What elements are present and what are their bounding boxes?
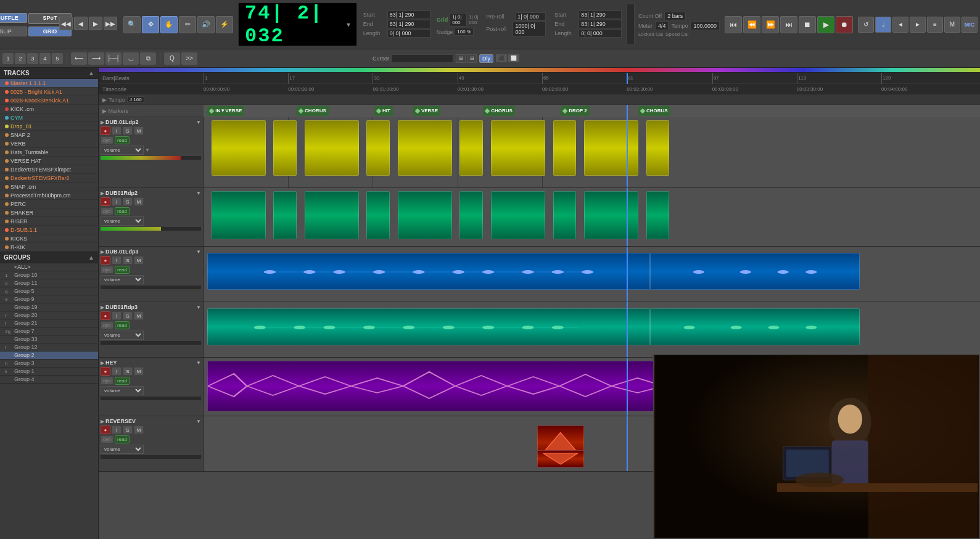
solo-dub01ldp3[interactable]: S: [123, 256, 133, 265]
start2-value[interactable]: 83| 1| 290: [579, 10, 622, 19]
pre-btn[interactable]: ◄: [892, 17, 908, 33]
track-item-rkik[interactable]: R-KIK: [0, 243, 98, 252]
smarttool-btn[interactable]: ⚡: [216, 16, 233, 33]
group-item-5[interactable]: q Group 5: [0, 287, 98, 295]
track-num-4[interactable]: 4: [39, 53, 51, 64]
nudge-left-btn[interactable]: ⟵: [71, 52, 87, 65]
mix-btn[interactable]: ≡: [927, 17, 943, 33]
record-arm-dub01rdp2[interactable]: ●: [101, 197, 110, 206]
track-item-kick-a1[interactable]: 0025 - Bright Kick A1: [0, 88, 98, 96]
input-mon-reversev[interactable]: I: [112, 426, 121, 434]
clip-dub01ldp2-1[interactable]: [212, 120, 266, 176]
track-num-2[interactable]: 2: [15, 53, 26, 64]
lane-dropdown-dub01rdp3[interactable]: ▼: [196, 305, 201, 310]
group-item-4[interactable]: Group 4: [0, 376, 98, 384]
record-arm-dub01ldp3[interactable]: ●: [101, 256, 110, 265]
back-btn[interactable]: ⏪: [743, 16, 760, 33]
clip-dub01ldp3-1[interactable]: [207, 253, 650, 290]
track-item-perc[interactable]: PERC: [0, 200, 98, 208]
nudge-value[interactable]: 100 %: [455, 28, 474, 36]
slip-button[interactable]: SLIP: [0, 27, 27, 36]
postroll-value[interactable]: 1000| 0| 000: [513, 22, 546, 36]
dyn-btn-reversev[interactable]: dyn: [101, 435, 113, 443]
grid-value[interactable]: 1| 0| 000: [450, 13, 467, 27]
group-item-11[interactable]: o Group 11: [0, 279, 98, 287]
lane-expand-hey[interactable]: ▶: [101, 360, 104, 366]
clip-dub01ldp2-10[interactable]: [646, 120, 670, 176]
solo-dub01rdp2[interactable]: S: [123, 197, 133, 206]
clip-dub01rdp2-8[interactable]: [553, 191, 577, 239]
next-btn[interactable]: ▶▶: [104, 17, 117, 30]
mute-dub01rdp3[interactable]: M: [134, 311, 144, 320]
clip-dub01ldp2-7[interactable]: [491, 120, 545, 176]
track-item-stems-fx[interactable]: DeckertrSTEMSFXlmpct: [0, 165, 98, 174]
tempo-value[interactable]: 100.0000: [690, 22, 720, 30]
volume-select-hey[interactable]: volume: [101, 386, 144, 395]
mute-hey[interactable]: M: [134, 367, 144, 376]
lane-expand-dub01ldp2[interactable]: ▶: [101, 120, 104, 125]
mute-dub01rdp2[interactable]: M: [134, 197, 144, 206]
group-item-3[interactable]: h Group 3: [0, 360, 98, 368]
clip-dub01rdp2-4[interactable]: [366, 191, 390, 239]
record-arm-hey[interactable]: ●: [101, 367, 110, 376]
track-item-riser[interactable]: R!SER: [0, 217, 98, 226]
quantize-btn[interactable]: Q: [164, 52, 180, 65]
dyn-btn-hey[interactable]: dyn: [101, 377, 113, 385]
clip-dub01rdp2-3[interactable]: [305, 191, 359, 239]
track-item-drop01[interactable]: Drop_01: [0, 122, 98, 131]
volume-select-dub01ldp2[interactable]: volume: [101, 146, 144, 155]
cursor-input[interactable]: [392, 54, 453, 63]
groups-collapse-btn[interactable]: ▲: [88, 254, 94, 261]
mute-dub01ldp3[interactable]: M: [134, 256, 144, 265]
clip-dub01ldp2-3[interactable]: [305, 120, 359, 176]
length-value[interactable]: 0| 0| 000: [387, 29, 430, 38]
rewind-btn[interactable]: ⏮: [725, 16, 742, 33]
mic-label[interactable]: MIC: [961, 17, 978, 33]
count-off-value[interactable]: 2 bars: [664, 12, 686, 20]
status-icon-2[interactable]: ⊟: [467, 54, 477, 63]
tracks-collapse-btn[interactable]: ▲: [88, 70, 94, 76]
read-btn-dub01rdp2[interactable]: read: [115, 207, 130, 215]
clip-dub01rdp3-2[interactable]: [650, 308, 860, 345]
clip-dub01ldp3-2[interactable]: [650, 253, 860, 290]
group-item-10[interactable]: 1 Group 10: [0, 271, 98, 279]
clip-dub01ldp2-9[interactable]: [584, 120, 638, 176]
read-btn-hey[interactable]: read: [115, 377, 130, 385]
lane-dropdown-dub01ldp2[interactable]: ▼: [196, 120, 201, 125]
track-item-dsub[interactable]: D-SUB.1.1: [0, 226, 98, 234]
prev-small-btn[interactable]: ◀: [74, 17, 88, 30]
input-mon-dub01ldp2[interactable]: I: [112, 126, 121, 135]
track-item-stems-fx2[interactable]: DeckertrSTEMSFXRsr2: [0, 174, 98, 183]
group-edit-btn[interactable]: ⧉: [140, 52, 156, 65]
input-mon-dub01ldp3[interactable]: I: [112, 256, 121, 265]
clip-dub01ldp2-4[interactable]: [366, 120, 390, 176]
track-num-5[interactable]: 5: [52, 53, 63, 64]
track-item-processed-tmb[interactable]: ProcessdTmb00bpm.cm: [0, 191, 98, 200]
clip-dub01ldp2-6[interactable]: [459, 120, 483, 176]
track-item-hats-turntable[interactable]: Hats_Turntable: [0, 148, 98, 157]
fmt-btn-1[interactable]: ⬛: [496, 54, 507, 62]
lane-dropdown-reversev[interactable]: ▼: [196, 419, 201, 424]
pencil-btn[interactable]: ✏: [179, 16, 196, 33]
preroll-value[interactable]: 1| 0| 000: [515, 12, 546, 21]
speaker-btn[interactable]: 🔊: [197, 16, 215, 33]
rew-btn[interactable]: ►: [910, 17, 926, 33]
dyn-btn-dub01rdp2[interactable]: dyn: [101, 207, 113, 215]
volume-select-dub01rdp3[interactable]: volume: [101, 331, 144, 340]
fmt-btn-2[interactable]: ⬜: [508, 54, 519, 62]
solo-hey[interactable]: S: [123, 367, 133, 376]
track-item-cym[interactable]: CYM: [0, 113, 98, 122]
read-btn-dub01ldp2[interactable]: read: [115, 136, 130, 144]
clip-dub01ldp2-2[interactable]: [273, 120, 297, 176]
read-btn-dub01rdp3[interactable]: read: [115, 321, 130, 329]
lane-dropdown-hey[interactable]: ▼: [196, 360, 201, 366]
solo-dub01ldp2[interactable]: S: [123, 126, 133, 135]
vol-expand-dub01ldp2[interactable]: ▼: [145, 147, 150, 153]
stop-btn[interactable]: ⏹: [799, 16, 816, 33]
dyn-btn-dub01ldp3[interactable]: dyn: [101, 266, 113, 274]
dly-button[interactable]: Dly: [479, 54, 493, 63]
end-btn[interactable]: ⏭: [780, 16, 797, 33]
fade-btn[interactable]: ◡: [123, 52, 139, 65]
clip-reversev-2[interactable]: [537, 450, 584, 467]
select-mode-btn[interactable]: ✥: [142, 16, 159, 33]
